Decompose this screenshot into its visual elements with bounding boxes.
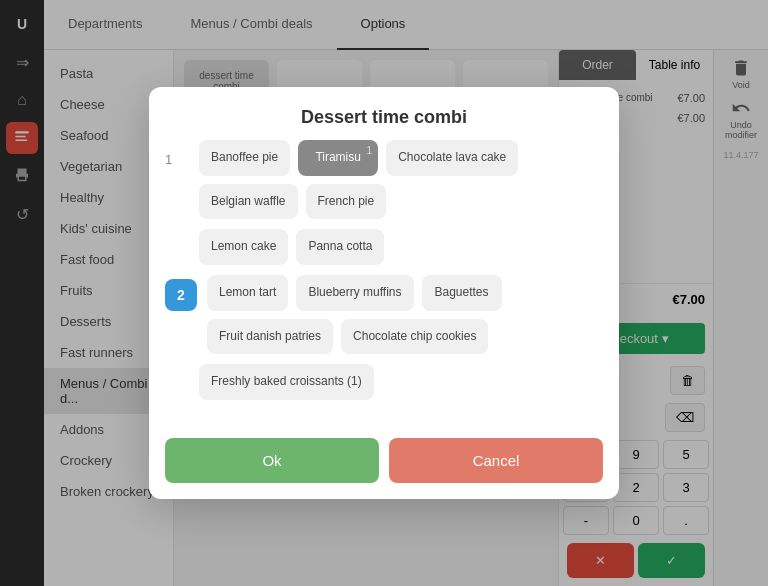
combi-row-2b: Freshly baked croissants (1) [165, 364, 603, 400]
combi-row-2: 2 Lemon tart Blueberry muffins Baguettes… [165, 275, 603, 354]
option-freshly-baked[interactable]: Freshly baked croissants (1) [199, 364, 374, 400]
options-grid-2b: Freshly baked croissants (1) [199, 364, 603, 400]
options-grid-1b: Lemon cake Panna cotta [199, 229, 603, 265]
modal-overlay: Dessert time combi 1 Banoffee pie Tirami… [0, 0, 768, 586]
options-grid-2: Lemon tart Blueberry muffins Baguettes F… [207, 275, 603, 354]
modal-body: 1 Banoffee pie Tiramisu 1 Chocolate lava… [149, 140, 619, 426]
dessert-combi-modal: Dessert time combi 1 Banoffee pie Tirami… [149, 87, 619, 499]
modal-title: Dessert time combi [169, 107, 599, 128]
option-fruit-danish[interactable]: Fruit danish patries [207, 319, 333, 355]
row-indicator-2: 2 [165, 279, 197, 311]
row-num-2b [165, 364, 189, 376]
combi-row-1b: Lemon cake Panna cotta [165, 229, 603, 265]
option-chocolate-chip[interactable]: Chocolate chip cookies [341, 319, 488, 355]
row-num-1: 1 [165, 140, 189, 167]
option-tiramisu[interactable]: Tiramisu 1 [298, 140, 378, 176]
combi-row-1: 1 Banoffee pie Tiramisu 1 Chocolate lava… [165, 140, 603, 219]
option-panna-cotta[interactable]: Panna cotta [296, 229, 384, 265]
option-lemon-tart[interactable]: Lemon tart [207, 275, 288, 311]
modal-footer: Ok Cancel [149, 426, 619, 499]
option-french-pie[interactable]: French pie [306, 184, 387, 220]
modal-header: Dessert time combi [149, 87, 619, 140]
option-lemon-cake[interactable]: Lemon cake [199, 229, 288, 265]
option-banoffee-pie[interactable]: Banoffee pie [199, 140, 290, 176]
ok-button[interactable]: Ok [165, 438, 379, 483]
option-baguettes[interactable]: Baguettes [422, 275, 502, 311]
options-grid-1: Banoffee pie Tiramisu 1 Chocolate lava c… [199, 140, 603, 219]
cancel-button[interactable]: Cancel [389, 438, 603, 483]
option-belgian-waffle[interactable]: Belgian waffle [199, 184, 298, 220]
option-blueberry-muffins[interactable]: Blueberry muffins [296, 275, 413, 311]
row-num-1b [165, 229, 189, 241]
option-chocolate-lava[interactable]: Chocolate lava cake [386, 140, 518, 176]
